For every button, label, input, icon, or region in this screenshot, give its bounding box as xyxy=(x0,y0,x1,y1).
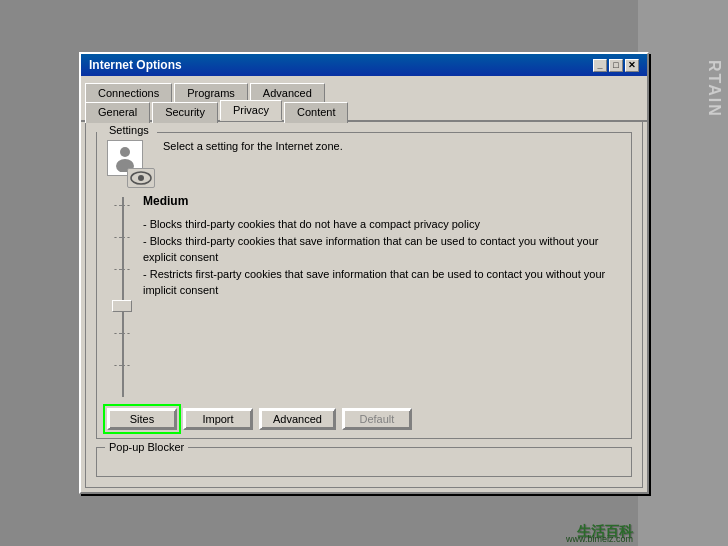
right-panel-text: RTAIN xyxy=(705,60,723,118)
slider-control[interactable]: - - - - - xyxy=(107,192,139,402)
title-bar: Internet Options _ □ ✕ xyxy=(81,54,647,76)
group-line xyxy=(97,132,631,133)
default-button[interactable]: Default xyxy=(342,408,412,430)
settings-buttons-row: Sites Import Advanced Default xyxy=(107,408,621,430)
tab-privacy[interactable]: Privacy xyxy=(220,100,282,121)
tick-5: - - xyxy=(114,328,130,338)
minimize-button[interactable]: _ xyxy=(593,59,607,72)
maximize-button[interactable]: □ xyxy=(609,59,623,72)
tabs-row2: General Security Privacy Content xyxy=(81,99,647,122)
privacy-level-label: Medium xyxy=(143,194,621,208)
right-panel: RTAIN xyxy=(638,0,728,546)
import-button[interactable]: Import xyxy=(183,408,253,430)
advanced-button[interactable]: Advanced xyxy=(259,408,336,430)
tab-general[interactable]: General xyxy=(85,102,150,123)
tick-6: - - xyxy=(114,360,130,370)
slider-section: - - - - - xyxy=(107,192,621,402)
sites-button[interactable]: Sites xyxy=(107,408,177,430)
tab-connections[interactable]: Connections xyxy=(85,83,172,102)
settings-inner: Select a setting for the Internet zone. xyxy=(107,140,621,188)
slider-thumb[interactable] xyxy=(112,300,132,312)
watermark-url: www.bimeiz.com xyxy=(566,534,633,544)
svg-point-3 xyxy=(138,175,144,181)
description-text: Select a setting for the Internet zone. xyxy=(163,140,343,152)
popup-blocker-label: Pop-up Blocker xyxy=(105,441,188,453)
dialog-title: Internet Options xyxy=(89,58,182,72)
tick-3: - - xyxy=(114,264,130,274)
tab-security[interactable]: Security xyxy=(152,102,218,123)
close-button[interactable]: ✕ xyxy=(625,59,639,72)
settings-group: Settings xyxy=(96,132,632,439)
tab-content-panel: Settings xyxy=(85,122,643,488)
tick-marks: - - - - - xyxy=(114,200,130,370)
eye-icon xyxy=(127,168,155,188)
internet-options-dialog: Internet Options _ □ ✕ Connections Progr… xyxy=(79,52,649,494)
tabs-row1: Connections Programs Advanced xyxy=(81,76,647,99)
tick-1: - - xyxy=(114,200,130,210)
privacy-icon xyxy=(107,140,155,188)
popup-blocker-content xyxy=(105,454,623,470)
settings-group-label: Settings xyxy=(105,124,153,136)
tab-content[interactable]: Content xyxy=(284,102,349,123)
outer-wrapper: RTAIN 生活百科 www.bimeiz.com Internet Optio… xyxy=(0,0,728,546)
privacy-description: - Blocks third-party cookies that do not… xyxy=(143,216,621,299)
tick-2: - - xyxy=(114,232,130,242)
title-bar-buttons: _ □ ✕ xyxy=(593,59,639,72)
privacy-level-section: Medium - Blocks third-party cookies that… xyxy=(139,192,621,299)
popup-blocker-group: Pop-up Blocker xyxy=(96,447,632,477)
svg-point-0 xyxy=(120,147,130,157)
